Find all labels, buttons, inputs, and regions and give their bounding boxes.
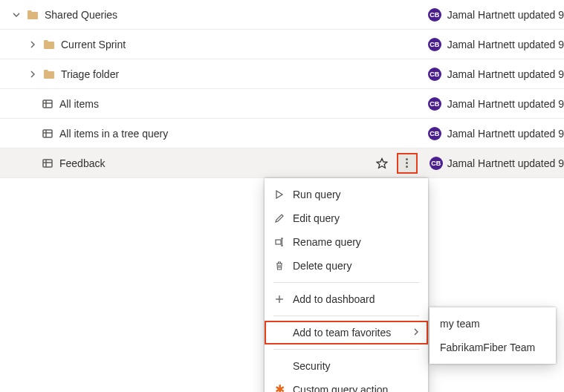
menu-label: Security: [293, 360, 331, 372]
query-icon: [42, 98, 54, 110]
update-text: Jamal Hartnett updated 9: [447, 68, 564, 80]
more-actions-button[interactable]: [397, 153, 418, 174]
pencil-icon: [273, 214, 285, 223]
rename-icon: [273, 238, 285, 246]
trash-icon: [273, 261, 285, 270]
menu-label: Add to dashboard: [293, 293, 375, 305]
svg-rect-6: [43, 160, 52, 167]
tree-label: All items in a tree query: [59, 128, 168, 140]
menu-rename-query[interactable]: Rename query: [265, 230, 428, 254]
context-menu: Run query Edit query Rename query Delete…: [265, 178, 428, 392]
menu-label: Custom query action: [293, 384, 388, 392]
menu-label: Rename query: [293, 236, 361, 248]
update-text: Jamal Hartnett updated 9: [447, 98, 564, 110]
plus-icon: [273, 295, 285, 304]
chevron-down-icon[interactable]: [10, 11, 22, 19]
avatar: CB: [428, 97, 441, 111]
avatar: CB: [430, 157, 443, 170]
avatar: CB: [428, 8, 441, 22]
avatar: CB: [428, 127, 441, 140]
folder-icon: [43, 39, 55, 50]
submenu-fabrikamfiber[interactable]: FabrikamFiber Team: [430, 336, 556, 359]
chevron-right-icon: [413, 328, 419, 337]
tree-label: Triage folder: [61, 68, 119, 80]
avatar: CB: [428, 38, 441, 51]
menu-separator: [273, 349, 419, 350]
menu-label: Delete query: [293, 260, 351, 272]
chevron-right-icon[interactable]: [27, 41, 39, 48]
submenu-label: FabrikamFiber Team: [440, 342, 535, 353]
team-favorites-submenu: my team FabrikamFiber Team: [430, 307, 556, 364]
tree-label: All items: [59, 98, 99, 110]
menu-delete-query[interactable]: Delete query: [265, 254, 428, 278]
tree-row-all-items[interactable]: All items CB Jamal Hartnett updated 9: [0, 89, 564, 119]
update-text: Jamal Hartnett updated 9: [447, 9, 564, 21]
menu-run-query[interactable]: Run query: [265, 183, 428, 206]
svg-rect-3: [43, 130, 52, 137]
favorite-star-button[interactable]: [372, 153, 392, 174]
kebab-icon: [406, 158, 408, 168]
menu-separator: [273, 282, 419, 283]
tree-label: Feedback: [59, 157, 105, 169]
star-icon: ✱: [273, 384, 285, 392]
submenu-label: my team: [440, 318, 480, 330]
play-icon: [273, 190, 285, 199]
tree-row-feedback[interactable]: Feedback CB Jamal Hartnett updated 9: [0, 148, 564, 178]
folder-icon: [27, 9, 39, 21]
menu-label: Run query: [293, 189, 341, 200]
menu-edit-query[interactable]: Edit query: [265, 206, 428, 230]
menu-security[interactable]: Security: [265, 354, 428, 378]
menu-separator: [273, 316, 419, 316]
menu-add-dashboard[interactable]: Add to dashboard: [265, 287, 428, 311]
update-text: Jamal Hartnett updated 9: [447, 39, 564, 50]
avatar: CB: [428, 68, 441, 81]
chevron-right-icon[interactable]: [27, 71, 39, 78]
menu-add-team-favorites[interactable]: Add to team favorites: [265, 321, 428, 344]
menu-custom-action[interactable]: ✱ Custom query action: [265, 378, 428, 392]
folder-icon: [43, 68, 55, 80]
tree-label: Current Sprint: [61, 39, 126, 50]
update-text: Jamal Hartnett updated 9: [447, 157, 564, 169]
menu-label: Edit query: [293, 212, 340, 224]
submenu-my-team[interactable]: my team: [430, 312, 556, 336]
svg-rect-0: [43, 100, 52, 108]
tree-row-all-items-tree[interactable]: All items in a tree query CB Jamal Hartn…: [0, 119, 564, 148]
tree-row-current-sprint[interactable]: Current Sprint CB Jamal Hartnett updated…: [0, 30, 564, 59]
tree-label: Shared Queries: [45, 9, 117, 21]
tree-row-triage-folder[interactable]: Triage folder CB Jamal Hartnett updated …: [0, 59, 564, 89]
tree-row-shared-queries[interactable]: Shared Queries CB Jamal Hartnett updated…: [0, 0, 564, 30]
query-icon: [42, 128, 54, 140]
menu-label: Add to team favorites: [293, 327, 391, 339]
svg-rect-9: [276, 240, 281, 244]
query-icon: [42, 157, 54, 169]
update-text: Jamal Hartnett updated 9: [447, 128, 564, 140]
